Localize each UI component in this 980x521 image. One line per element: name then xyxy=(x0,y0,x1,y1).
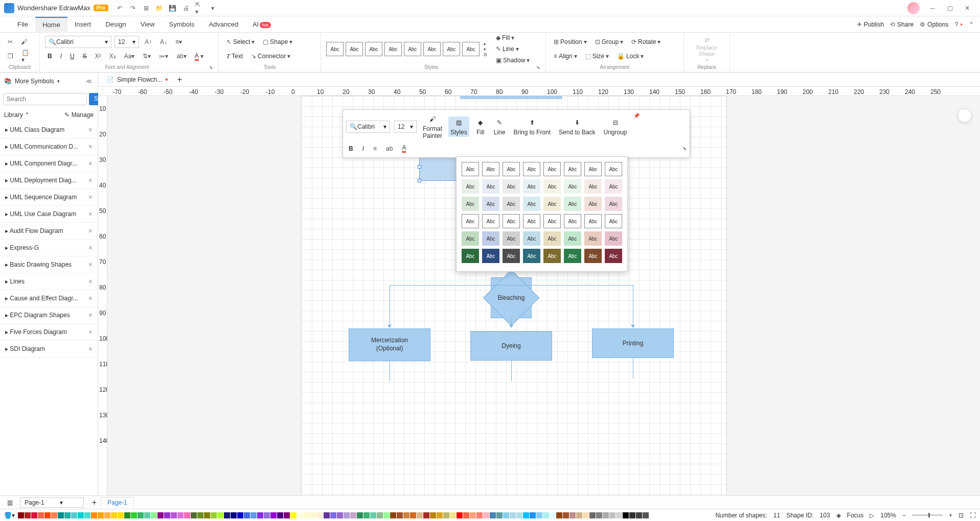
color-swatch[interactable] xyxy=(496,512,503,518)
style-swatch[interactable]: Abc xyxy=(365,42,382,56)
color-swatch[interactable] xyxy=(290,512,297,518)
options-button[interactable]: ⚙ Options xyxy=(920,21,948,28)
color-swatch[interactable] xyxy=(523,512,529,518)
color-swatch[interactable] xyxy=(191,512,197,518)
ft-bring-front[interactable]: ⬆Bring to Front xyxy=(511,116,553,137)
color-swatch[interactable] xyxy=(284,512,290,518)
style-option[interactable]: Abc xyxy=(605,179,622,194)
color-swatch[interactable] xyxy=(204,512,210,518)
sidebar-item[interactable]: ▸ UML Communication D...× xyxy=(0,138,98,155)
style-option[interactable]: Abc xyxy=(523,162,540,176)
color-swatch[interactable] xyxy=(237,512,243,518)
color-swatch[interactable] xyxy=(344,512,350,518)
connector-tool[interactable]: ↘ Connector ▾ xyxy=(248,51,293,61)
style-option[interactable]: Abc xyxy=(564,249,581,263)
color-swatch[interactable] xyxy=(124,512,130,518)
case-icon[interactable]: Aa▾ xyxy=(122,51,138,61)
ft-bold-icon[interactable]: B xyxy=(346,144,356,154)
style-option[interactable]: Abc xyxy=(503,214,520,228)
text-tool[interactable]: 𝑻 Text xyxy=(224,51,245,61)
color-swatch[interactable] xyxy=(264,512,270,518)
style-option[interactable]: Abc xyxy=(503,249,520,263)
color-swatch[interactable] xyxy=(270,512,277,518)
line-menu[interactable]: ✎ Line ▾ xyxy=(493,44,532,54)
style-option[interactable]: Abc xyxy=(564,197,581,211)
color-swatch[interactable] xyxy=(324,512,330,518)
color-swatch[interactable] xyxy=(38,512,44,518)
style-option[interactable]: Abc xyxy=(503,179,520,194)
color-swatch[interactable] xyxy=(643,512,649,518)
color-swatch[interactable] xyxy=(603,512,609,518)
position-menu[interactable]: ⊞ Position▾ xyxy=(551,37,589,47)
close-library-icon[interactable]: × xyxy=(88,193,93,201)
ft-italic-icon[interactable]: I xyxy=(360,144,367,154)
color-swatch[interactable] xyxy=(476,512,483,518)
styles-up-icon[interactable]: ▴ xyxy=(484,41,487,46)
color-swatch[interactable] xyxy=(78,512,84,518)
ft-font-select[interactable]: 🔍 Calibri▾ xyxy=(346,121,390,133)
highlight-icon[interactable]: ab▾ xyxy=(174,51,189,61)
sidebar-item[interactable]: ▸ UML Deployment Diag...× xyxy=(0,172,98,189)
style-option[interactable]: Abc xyxy=(523,179,540,194)
color-swatch[interactable] xyxy=(483,512,489,518)
style-option[interactable]: Abc xyxy=(584,231,602,246)
style-option[interactable]: Abc xyxy=(584,249,602,263)
style-swatch[interactable]: Abc xyxy=(443,42,460,56)
format-painter-icon[interactable]: 🖌 xyxy=(18,37,30,47)
menu-view[interactable]: View xyxy=(133,17,162,31)
color-swatch[interactable] xyxy=(217,512,223,518)
menu-ai[interactable]: AIhot xyxy=(245,17,278,31)
sidebar-item[interactable]: ▸ UML Class Diagram× xyxy=(0,122,98,138)
style-option[interactable]: Abc xyxy=(584,197,602,211)
close-library-icon[interactable]: × xyxy=(88,176,93,184)
style-option[interactable]: Abc xyxy=(462,162,479,176)
color-swatch[interactable] xyxy=(596,512,602,518)
sidebar-item[interactable]: ▸ Audit Flow Diagram× xyxy=(0,223,98,240)
color-swatch[interactable] xyxy=(543,512,549,518)
fill-menu[interactable]: ◆ Fill ▾ xyxy=(493,33,532,43)
style-option[interactable]: Abc xyxy=(605,162,622,176)
collapse-ribbon-icon[interactable]: ⌃ xyxy=(969,21,974,28)
menu-file[interactable]: File xyxy=(10,17,35,31)
style-option[interactable]: Abc xyxy=(482,231,499,246)
color-swatch[interactable] xyxy=(503,512,509,518)
save-icon[interactable]: 💾 xyxy=(169,4,177,12)
menu-symbols[interactable]: Symbols xyxy=(162,17,202,31)
minimize-icon[interactable]: ─ xyxy=(924,2,941,14)
style-option[interactable]: Abc xyxy=(543,249,561,263)
focus-button[interactable]: Focus xyxy=(847,512,864,519)
style-option[interactable]: Abc xyxy=(564,214,581,228)
ft-styles[interactable]: ▨Styles xyxy=(448,116,469,137)
color-swatch[interactable] xyxy=(636,512,642,518)
color-swatch[interactable] xyxy=(111,512,117,518)
style-option[interactable]: Abc xyxy=(564,231,581,246)
page-tab-1[interactable]: Page-1 xyxy=(101,497,134,508)
sidebar-item[interactable]: ▸ UML Use Case Diagram× xyxy=(0,206,98,223)
style-option[interactable]: Abc xyxy=(584,214,602,228)
close-library-icon[interactable]: × xyxy=(88,345,93,353)
color-swatch[interactable] xyxy=(536,512,542,518)
close-library-icon[interactable]: × xyxy=(88,126,93,134)
styles-more-icon[interactable]: ⊟ xyxy=(484,53,487,57)
ft-pin-icon[interactable]: 📌 xyxy=(633,113,640,119)
sidebar-item[interactable]: ▸ Five Forces Diagram× xyxy=(0,324,98,341)
color-swatch[interactable] xyxy=(550,512,556,518)
color-swatch[interactable] xyxy=(437,512,443,518)
sidebar-item[interactable]: ▸ EPC Diagram Shapes× xyxy=(0,307,98,324)
color-swatch[interactable] xyxy=(118,512,124,518)
paste-icon[interactable]: 📋▾ xyxy=(19,48,34,65)
sidebar-item[interactable]: ▸ Lines× xyxy=(0,273,98,290)
style-option[interactable]: Abc xyxy=(482,197,499,211)
export-icon[interactable]: ⇱ ▾ xyxy=(195,4,203,12)
increase-font-icon[interactable]: A↑ xyxy=(142,37,154,47)
color-swatch[interactable] xyxy=(430,512,436,518)
shape-printing[interactable]: Printing xyxy=(592,328,674,358)
ft-fontcolor-icon[interactable]: A xyxy=(399,143,408,154)
color-swatch[interactable] xyxy=(357,512,363,518)
close-library-icon[interactable]: × xyxy=(88,244,93,252)
color-swatch[interactable] xyxy=(337,512,343,518)
color-swatch[interactable] xyxy=(410,512,416,518)
color-swatch[interactable] xyxy=(510,512,516,518)
color-swatch[interactable] xyxy=(470,512,476,518)
styles-down-icon[interactable]: ▾ xyxy=(484,47,487,52)
